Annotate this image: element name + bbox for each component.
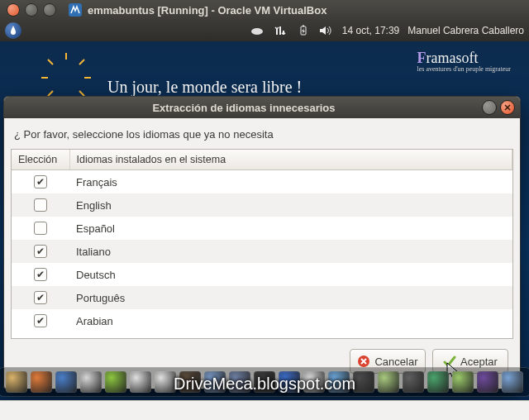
table-row[interactable]: English [12, 193, 512, 217]
start-menu-icon[interactable] [5, 22, 21, 39]
language-label: Português [69, 286, 512, 309]
dock-item[interactable] [303, 371, 325, 393]
dialog-titlebar[interactable]: Extracción de idiomas innecesarios [4, 97, 520, 118]
dock-item[interactable] [6, 371, 27, 393]
table-row[interactable]: Deutsch [12, 263, 512, 286]
checkbox[interactable] [34, 175, 47, 189]
dock-item[interactable] [353, 371, 374, 393]
host-maximize-button[interactable] [43, 3, 56, 17]
dialog-close-button[interactable] [500, 100, 515, 115]
dock-item[interactable] [427, 371, 449, 393]
svg-line-10 [79, 60, 84, 64]
dock-item[interactable] [31, 371, 52, 393]
col-choice[interactable]: Elección [12, 150, 69, 170]
dock-item[interactable] [279, 371, 300, 393]
desktop-tagline: Un jour, le monde sera libre ! [107, 78, 302, 97]
dock-item[interactable] [105, 371, 126, 393]
virtualbox-icon [68, 2, 83, 17]
dock-item[interactable] [403, 371, 424, 393]
dock-item[interactable] [204, 371, 226, 393]
dock-item[interactable] [477, 371, 498, 393]
user-menu[interactable]: Manuel Cabrera Caballero [407, 25, 524, 36]
language-label: English [69, 193, 512, 217]
svg-rect-3 [303, 26, 304, 27]
network-icon[interactable] [273, 23, 288, 38]
table-row[interactable]: Français [12, 170, 512, 194]
dock-item[interactable] [502, 371, 523, 393]
language-label: Arabian [69, 309, 512, 332]
dock-item[interactable] [179, 371, 201, 393]
checkbox[interactable] [34, 198, 47, 212]
language-label: Español [69, 217, 512, 240]
language-label: Deutsch [69, 263, 512, 286]
dock-item[interactable] [55, 371, 77, 393]
host-minimize-button[interactable] [25, 3, 38, 17]
sun-decoration [41, 53, 91, 103]
vm-desktop: 14 oct, 17:39 Manuel Cabrera Caballero F… [0, 20, 529, 400]
dock-item[interactable] [452, 371, 474, 393]
dialog-minimize-button[interactable] [482, 100, 497, 115]
volume-icon[interactable] [319, 23, 334, 38]
cancel-icon [357, 355, 370, 368]
weather-icon[interactable] [250, 23, 264, 38]
dock-item[interactable] [328, 371, 350, 393]
checkbox[interactable] [34, 314, 47, 327]
table-row[interactable]: Arabian [12, 309, 512, 332]
svg-line-8 [48, 60, 53, 64]
accept-icon [443, 355, 456, 368]
host-statusbar [0, 400, 529, 420]
svg-point-1 [251, 28, 263, 35]
dock-item[interactable] [80, 371, 102, 393]
dock-item[interactable] [378, 371, 399, 393]
checkbox[interactable] [34, 245, 47, 258]
language-table: Elección Idiomas instalados en el sistem… [11, 149, 513, 339]
top-panel: 14 oct, 17:39 Manuel Cabrera Caballero [0, 20, 529, 41]
dock-item[interactable] [254, 371, 275, 393]
table-row[interactable]: Español [12, 217, 512, 240]
checkbox[interactable] [34, 222, 47, 235]
framasoft-logo: Framasoft les aventures d'un peuple migr… [417, 50, 511, 73]
dialog-prompt: ¿ Por favor, seleccione los idiomas que … [14, 128, 510, 141]
dock-item[interactable] [155, 371, 176, 393]
host-titlebar: emmabuntus [Running] - Oracle VM Virtual… [0, 0, 529, 20]
host-close-button[interactable] [7, 3, 20, 17]
checkbox[interactable] [34, 268, 47, 281]
accept-label: Aceptar [460, 356, 498, 368]
checkbox[interactable] [34, 291, 47, 304]
language-label: Français [69, 170, 512, 194]
language-label: Italiano [69, 240, 512, 263]
clock[interactable]: 14 oct, 17:39 [342, 25, 399, 36]
dialog-title: Extracción de idiomas innecesarios [9, 102, 479, 114]
host-title: emmabuntus [Running] - Oracle VM Virtual… [88, 4, 326, 17]
dock-item[interactable] [229, 371, 250, 393]
battery-icon[interactable] [296, 23, 311, 38]
dock-item[interactable] [130, 371, 151, 393]
dock[interactable] [0, 367, 529, 397]
language-removal-dialog: Extracción de idiomas innecesarios ¿ Por… [3, 96, 521, 389]
col-language[interactable]: Idiomas instalados en el sistema [69, 150, 512, 170]
cancel-label: Cancelar [374, 356, 417, 368]
table-row[interactable]: Italiano [12, 240, 512, 263]
table-row[interactable]: Português [12, 286, 512, 309]
